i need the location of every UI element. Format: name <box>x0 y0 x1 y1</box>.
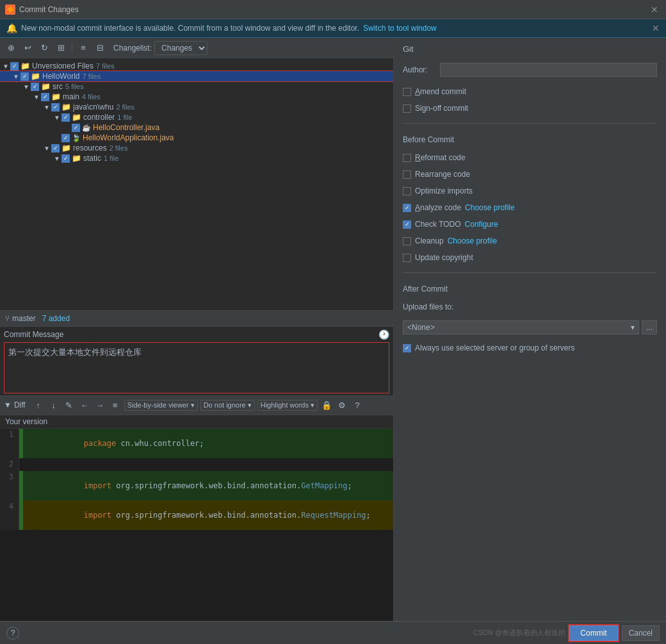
author-input[interactable] <box>440 63 657 77</box>
diff-collapse-arrow: ▼ <box>4 400 12 409</box>
check-todo-configure-link[interactable]: Configure <box>465 220 498 229</box>
expand-arrow: ▼ <box>33 94 41 101</box>
separator <box>72 43 72 53</box>
tree-item-static[interactable]: ▼ ✓ 📁 static 1 file <box>0 153 393 163</box>
status-bar: ⑂ master 7 added <box>0 310 393 327</box>
tree-item-controller[interactable]: ▼ ✓ 📁 controller 1 file <box>0 112 393 122</box>
expand-all-button[interactable]: ≡ <box>76 41 90 55</box>
analyze-code-checkbox[interactable]: ✓ <box>403 204 411 212</box>
folder-icon: 📁 <box>41 82 51 91</box>
update-copyright-checkbox[interactable] <box>403 254 411 262</box>
tree-label: Unversioned Files <box>32 62 93 70</box>
folder-icon: 📁 <box>31 72 40 81</box>
commit-message-input[interactable]: 第一次提交大量本地文件到远程仓库 <box>4 342 389 393</box>
cancel-button[interactable]: Cancel <box>622 625 660 641</box>
rearrange-code-label: Rearrange code <box>415 170 470 179</box>
cleanup-profile-link[interactable]: Choose profile <box>448 236 497 245</box>
divider-before-commit <box>403 123 657 124</box>
tree-item-unversioned[interactable]: ▼ ✓ 📁 Unversioned Files 7 files <box>0 61 393 71</box>
check-todo-checkbox[interactable]: ✓ <box>403 220 411 229</box>
show-diff-button[interactable]: ⊞ <box>54 41 68 55</box>
commit-button[interactable]: Commit <box>569 625 617 641</box>
ignore-dropdown[interactable]: Do not ignore ▾ <box>200 400 255 411</box>
line-content: import org.springframework.web.bind.anno… <box>23 471 393 500</box>
added-count: 7 added <box>42 314 70 323</box>
line-content: package cn.whu.controller; <box>23 429 393 458</box>
tree-checkbox[interactable]: ✓ <box>20 72 29 81</box>
optimize-imports-checkbox[interactable] <box>403 187 411 195</box>
tree-checkbox[interactable]: ✓ <box>72 124 80 132</box>
diff-list-button[interactable]: ≡ <box>109 399 122 411</box>
tree-item-helloworldapplication[interactable]: ✓ 🍃 HelloWorldApplication.java <box>0 133 393 143</box>
divider-after-commit <box>403 272 657 273</box>
ignore-label: Do not ignore <box>204 401 246 409</box>
signoff-commit-row: Sign-off commit <box>403 104 657 113</box>
highlight-dropdown[interactable]: Highlight words ▾ <box>257 400 318 411</box>
tree-checkbox[interactable]: ✓ <box>10 62 19 70</box>
upload-dots-button[interactable]: ... <box>642 320 657 334</box>
cleanup-label: Cleanup <box>415 236 444 245</box>
diff-edit-button[interactable]: ✎ <box>63 399 76 411</box>
tree-item-java-cn-whu[interactable]: ▼ ✓ 📁 java\cn\whu 2 files <box>0 102 393 112</box>
tree-checkbox[interactable]: ✓ <box>51 144 60 153</box>
upload-files-row: Upload files to: <box>403 302 657 311</box>
rollback-button[interactable]: ↩ <box>20 41 35 55</box>
tree-label: static <box>83 154 101 163</box>
version-label: Your version <box>0 415 393 429</box>
refresh-button[interactable]: ↻ <box>37 41 51 55</box>
tree-item-helloworld[interactable]: ▼ ✓ 📁 HelloWorld 7 files <box>0 71 393 81</box>
tree-checkbox[interactable]: ✓ <box>61 134 70 142</box>
diff-down-button[interactable]: ↓ <box>47 399 60 411</box>
always-use-server-checkbox[interactable]: ✓ <box>403 344 411 352</box>
tree-count: 1 file <box>104 154 118 162</box>
recent-messages-icon[interactable]: 🕐 <box>378 329 389 340</box>
amend-commit-checkbox[interactable] <box>403 88 411 96</box>
diff-right-button[interactable]: → <box>93 399 106 411</box>
tree-label: HelloWorld <box>42 72 79 81</box>
tree-checkbox[interactable]: ✓ <box>61 113 70 122</box>
tree-checkbox[interactable]: ✓ <box>51 103 60 111</box>
info-icon: 🔔 <box>6 23 17 33</box>
move-to-another-changelist-button[interactable]: ⊕ <box>4 41 18 55</box>
analyze-code-profile-link[interactable]: Choose profile <box>465 203 514 212</box>
cleanup-checkbox[interactable] <box>403 237 411 245</box>
tree-count: 2 files <box>116 103 134 111</box>
tree-checkbox[interactable]: ✓ <box>41 93 49 101</box>
help-button[interactable]: ? <box>6 627 19 640</box>
upload-select[interactable]: <None> ▾ <box>403 320 639 334</box>
git-section-title: Git <box>403 44 657 54</box>
expand-arrow: ▼ <box>3 63 10 70</box>
amend-commit-label: Amend commit <box>415 87 466 96</box>
signoff-commit-checkbox[interactable] <box>403 104 411 113</box>
tree-label: controller <box>83 113 115 122</box>
diff-up-button[interactable]: ↑ <box>32 399 45 411</box>
app-icon: 🔶 <box>5 4 15 15</box>
help-button[interactable]: ? <box>351 399 364 411</box>
diff-left-button[interactable]: ← <box>78 399 91 411</box>
collapse-all-button[interactable]: ⊟ <box>93 41 107 55</box>
tree-checkbox[interactable]: ✓ <box>61 154 70 163</box>
rearrange-code-checkbox[interactable] <box>403 170 411 179</box>
file-tree: ▼ ✓ 📁 Unversioned Files 7 files ▼ ✓ 📁 He… <box>0 58 393 310</box>
expand-arrow: ▼ <box>54 114 61 121</box>
reformat-code-row: Reformat code <box>403 153 657 162</box>
switch-to-tool-window-link[interactable]: Switch to tool window <box>363 24 437 33</box>
lock-button[interactable]: 🔒 <box>320 399 333 411</box>
diff-title-text: Diff <box>14 400 26 409</box>
tree-item-resources[interactable]: ▼ ✓ 📁 resources 2 files <box>0 143 393 153</box>
tree-checkbox[interactable]: ✓ <box>31 83 39 91</box>
branch-name: master <box>12 314 36 323</box>
close-button[interactable]: ✕ <box>648 3 661 16</box>
banner-close-button[interactable]: ✕ <box>652 23 660 33</box>
tree-item-src[interactable]: ▼ ✓ 📁 src 5 files <box>0 81 393 92</box>
settings-button[interactable]: ⚙ <box>336 399 348 411</box>
viewer-dropdown[interactable]: Side-by-side viewer ▾ <box>124 400 198 411</box>
tree-item-hellocontroller[interactable]: ✓ ☕ HelloController.java <box>0 122 393 133</box>
changelist-select[interactable]: Changes <box>154 41 207 55</box>
diff-toggle[interactable]: ▼ Diff <box>4 400 26 409</box>
after-commit-header: After Commit <box>403 285 657 293</box>
cleanup-row: Cleanup Choose profile <box>403 236 657 245</box>
commit-message-label: Commit Message <box>4 330 63 339</box>
reformat-code-checkbox[interactable] <box>403 154 411 162</box>
tree-item-main[interactable]: ▼ ✓ 📁 main 4 files <box>0 92 393 102</box>
